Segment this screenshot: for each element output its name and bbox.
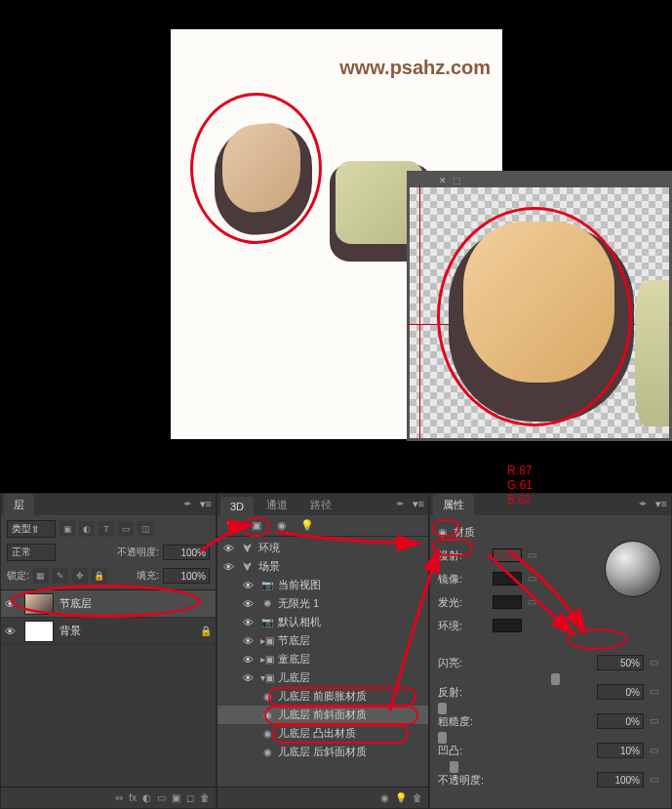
- annotation-rgb: R:87 G:61 B:62: [507, 464, 533, 507]
- props-tabrow: 属性 ◂▸ ▾≡: [430, 494, 671, 515]
- opacity-value2[interactable]: 100%: [597, 772, 644, 788]
- trash-icon[interactable]: 🗑: [200, 792, 210, 803]
- 3d-panel: 3D 通道 路径 ◂▸ ▾≡ ⮟ ▣ ◉ 💡 👁⮟环境 👁⮟场景 👁📷当前视图 …: [217, 493, 429, 809]
- bump-value[interactable]: 10%: [597, 743, 644, 758]
- lock-pos-icon[interactable]: ✥: [72, 568, 88, 584]
- new-light-icon[interactable]: 💡: [395, 792, 407, 803]
- props-tab[interactable]: 属性: [433, 494, 474, 515]
- lock-label: 锁定:: [7, 569, 29, 583]
- layer-name[interactable]: 背景: [59, 624, 81, 638]
- layer-thumb[interactable]: [24, 621, 54, 642]
- reflect-label: 反射:: [438, 685, 487, 700]
- annotation-oval-2: [437, 207, 632, 426]
- adjustment-icon[interactable]: ▭: [157, 792, 166, 803]
- lock-all-icon[interactable]: 🔒: [92, 568, 107, 584]
- panel-menu-icon[interactable]: ▾≡: [200, 498, 212, 510]
- filter-material-icon[interactable]: ◉: [274, 518, 290, 534]
- 3d-tabrow: 3D 通道 路径 ◂▸ ▾≡: [217, 494, 428, 515]
- layer-row-2[interactable]: 👁 背景 🔒: [1, 618, 216, 645]
- folder-icon[interactable]: ▭: [528, 573, 541, 585]
- glow-label: 发光:: [438, 595, 487, 610]
- floating-panel-header[interactable]: ✕ ⬚: [410, 174, 669, 187]
- layers-panel: 层 ◂▸ ▾≡ 类型 ⥣ ▣ ◐ T ▭ ◫ 正常 不透明度: 100% 锁定:…: [0, 493, 217, 809]
- tree-er-extrude[interactable]: ◉儿底层 凸出材质: [217, 724, 428, 743]
- chevrons-icon[interactable]: ◂▸: [639, 499, 647, 507]
- annotation-oval-1: [190, 93, 322, 244]
- ambient-label: 环境:: [438, 619, 487, 633]
- tree-camera[interactable]: 👁📷默认相机: [217, 613, 428, 631]
- opacity-input[interactable]: 100%: [163, 545, 210, 560]
- tree-er-front[interactable]: ◉儿底层 前膨胀材质: [217, 687, 428, 706]
- rough-label: 粗糙度:: [438, 714, 487, 729]
- tree-curview[interactable]: 👁📷当前视图: [217, 576, 428, 594]
- tree-er-back[interactable]: ◉儿底层 后斜面材质: [217, 743, 428, 761]
- material-icon: ◉: [438, 526, 448, 539]
- layer-row-1[interactable]: 👁 节底层: [1, 590, 216, 618]
- filter-light-icon[interactable]: 💡: [299, 518, 315, 534]
- material-preview-sphere[interactable]: [605, 541, 661, 597]
- filter-pixel-icon[interactable]: ▣: [59, 521, 75, 537]
- render-icon[interactable]: ◉: [380, 792, 389, 803]
- tree-env[interactable]: 👁⮟环境: [217, 539, 428, 557]
- visibility-icon[interactable]: 👁: [5, 626, 19, 637]
- 3d-tab[interactable]: 3D: [220, 497, 254, 515]
- trash-icon[interactable]: 🗑: [413, 792, 422, 803]
- tree-er-bevel[interactable]: ◉儿底层 前斜面材质: [217, 706, 428, 724]
- group-icon[interactable]: ▣: [172, 792, 180, 803]
- material-header: 材质: [454, 525, 475, 540]
- reflect-value[interactable]: 0%: [597, 684, 644, 700]
- filter-shape-icon[interactable]: ▭: [118, 521, 134, 537]
- folder-icon[interactable]: ▭: [528, 596, 541, 608]
- lock-icon: 🔒: [200, 626, 212, 636]
- folder-icon[interactable]: ▭: [650, 745, 663, 756]
- tree-jie[interactable]: 👁▸▣节底层: [217, 631, 428, 650]
- folder-icon[interactable]: ▭: [650, 774, 663, 786]
- diffuse-swatch[interactable]: [493, 548, 522, 562]
- fill-input[interactable]: 100%: [163, 568, 210, 584]
- blend-mode-select[interactable]: 正常: [7, 544, 56, 561]
- glow-swatch[interactable]: [493, 595, 522, 609]
- lock-pixel-icon[interactable]: ✎: [53, 568, 68, 584]
- chevrons-icon[interactable]: ◂▸: [183, 499, 191, 507]
- panel-menu-icon[interactable]: ▾≡: [655, 498, 667, 510]
- bump-label: 凹凸:: [438, 744, 487, 758]
- tree-light[interactable]: 👁✺无限光 1: [217, 594, 428, 613]
- shine-label: 闪亮:: [438, 656, 487, 670]
- folder-icon[interactable]: ▭: [650, 657, 663, 668]
- layers-tab[interactable]: 层: [4, 494, 34, 515]
- chevrons-icon[interactable]: ◂▸: [396, 499, 404, 507]
- shine-value[interactable]: 50%: [597, 655, 644, 670]
- new-layer-icon[interactable]: ◻: [186, 792, 194, 803]
- 3d-tree: 👁⮟环境 👁⮟场景 👁📷当前视图 👁✺无限光 1 👁📷默认相机 👁▸▣节底层 👁…: [217, 537, 428, 787]
- folder-icon[interactable]: ▭: [650, 686, 663, 698]
- filter-all-icon[interactable]: ⮟: [223, 518, 239, 534]
- paths-tab[interactable]: 路径: [300, 494, 341, 515]
- folder-icon[interactable]: ▭: [528, 549, 541, 561]
- link-icon[interactable]: ⇔: [115, 792, 123, 803]
- filter-smart-icon[interactable]: ◫: [138, 521, 153, 537]
- 3d-shape-side: [635, 280, 669, 426]
- tree-scene[interactable]: 👁⮟场景: [217, 557, 428, 576]
- kind-select[interactable]: 类型 ⥣: [7, 520, 56, 538]
- layer-list: 👁 节底层 👁 背景 🔒: [1, 589, 216, 787]
- layer-name[interactable]: 节底层: [59, 596, 92, 611]
- tree-tong[interactable]: 👁▸▣童底层: [217, 650, 428, 668]
- filter-adjust-icon[interactable]: ◐: [79, 521, 95, 537]
- panel-menu-icon[interactable]: ▾≡: [413, 498, 424, 510]
- tree-er[interactable]: 👁▾▣儿底层: [217, 668, 428, 687]
- layers-footer: ⇔ fx ◐ ▭ ▣ ◻ 🗑: [1, 787, 216, 808]
- ambient-swatch[interactable]: [493, 619, 522, 632]
- specular-swatch[interactable]: [493, 572, 522, 586]
- channels-tab[interactable]: 通道: [257, 494, 297, 515]
- filter-mesh-icon[interactable]: ▣: [249, 518, 264, 534]
- layer-thumb[interactable]: [24, 593, 54, 615]
- visibility-icon[interactable]: 👁: [5, 598, 19, 610]
- filter-type-icon[interactable]: T: [99, 521, 114, 537]
- folder-icon[interactable]: ▭: [650, 715, 663, 727]
- mask-icon[interactable]: ◐: [142, 792, 151, 803]
- lock-trans-icon[interactable]: ▦: [33, 568, 49, 584]
- rough-value[interactable]: 0%: [597, 713, 644, 729]
- fx-icon[interactable]: fx: [129, 792, 137, 803]
- panel-header-icon2: ⬚: [453, 176, 461, 185]
- specular-label: 镜像:: [438, 572, 487, 587]
